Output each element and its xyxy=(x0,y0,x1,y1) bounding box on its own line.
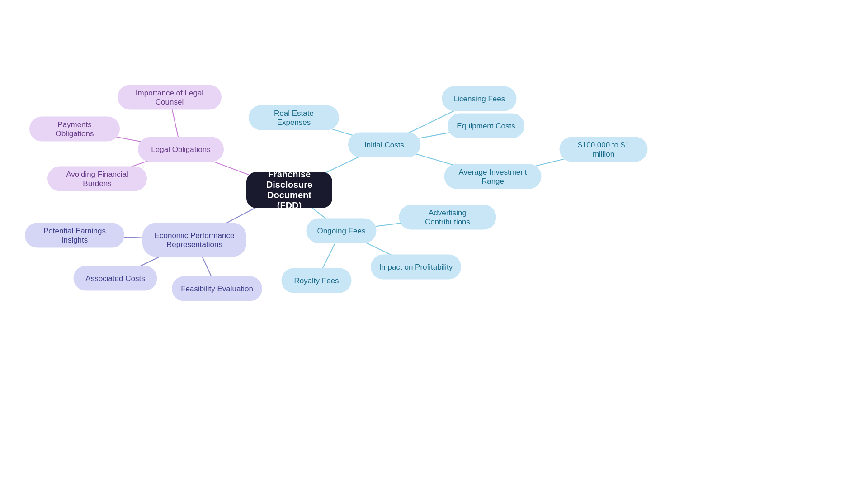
node-real-estate[interactable]: Real Estate Expenses xyxy=(249,105,339,130)
node-average-investment[interactable]: Average Investment Range xyxy=(444,164,542,189)
center-node[interactable]: Franchise DisclosureDocument (FDD) xyxy=(246,172,332,208)
node-importance-legal[interactable]: Importance of Legal Counsel xyxy=(118,85,222,110)
connections-svg xyxy=(0,0,868,490)
node-feasibility-evaluation[interactable]: Feasibility Evaluation xyxy=(172,276,262,301)
node-initial-costs[interactable]: Initial Costs xyxy=(348,133,420,157)
node-royalty-fees[interactable]: Royalty Fees xyxy=(282,268,352,293)
node-avoiding-financial[interactable]: Avoiding Financial Burdens xyxy=(47,167,147,191)
node-payments-obligations[interactable]: Payments Obligations xyxy=(29,117,120,142)
node-legal-obligations[interactable]: Legal Obligations xyxy=(138,137,224,162)
node-investment-amount[interactable]: $100,000 to $1 million xyxy=(560,137,648,162)
node-ongoing-fees[interactable]: Ongoing Fees xyxy=(307,219,377,243)
node-advertising-contributions[interactable]: Advertising Contributions xyxy=(399,205,496,230)
node-potential-earnings[interactable]: Potential Earnings Insights xyxy=(25,223,124,248)
node-economic-performance[interactable]: Economic PerformanceRepresentations xyxy=(142,223,246,257)
node-impact-profitability[interactable]: Impact on Profitability xyxy=(371,255,461,280)
node-licensing-fees[interactable]: Licensing Fees xyxy=(442,86,517,111)
mindmap-container: Franchise DisclosureDocument (FDD)Legal … xyxy=(0,0,868,490)
node-equipment-costs[interactable]: Equipment Costs xyxy=(448,114,524,138)
node-associated-costs[interactable]: Associated Costs xyxy=(74,266,157,291)
